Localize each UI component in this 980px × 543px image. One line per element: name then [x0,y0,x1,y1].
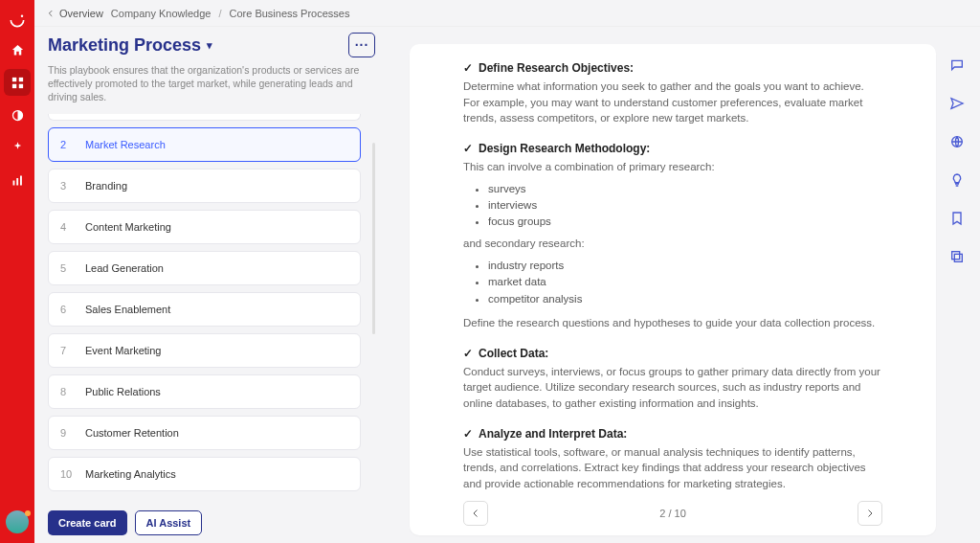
svg-rect-8 [20,175,22,185]
breadcrumb-level1[interactable]: Company Knowledge [111,8,212,19]
list-item-num: 8 [60,386,74,397]
list-item-label: Marketing Analytics [85,468,176,480]
send-icon[interactable] [947,94,967,113]
list-item-num: 5 [60,262,74,274]
list-item-num: 10 [60,468,74,480]
svg-rect-6 [12,180,14,185]
app-rail [0,0,34,543]
document-card: ✓Define Research Objectives: Determine w… [410,44,936,535]
breadcrumb-sep: / [218,8,221,19]
globe-icon[interactable] [947,132,967,151]
list-item-label: Public Relations [85,386,161,397]
list-item-num: 3 [60,180,74,192]
list-item[interactable]: 8 Public Relations [48,374,361,409]
document-body: ✓Define Research Objectives: Determine w… [463,61,882,491]
check-icon: ✓ [463,61,473,75]
bullet: industry reports [488,258,882,274]
rail-home-icon[interactable] [4,36,31,63]
doc-tool-rail [944,44,970,535]
list-item[interactable]: 2 Market Research [48,127,361,162]
list-item-num: 9 [60,427,74,439]
section: ✓Analyze and Interpret Data: Use statist… [463,427,882,491]
breadcrumb: Overview Company Knowledge / Core Busine… [34,0,980,27]
section-title: Design Research Methodology: [479,142,650,155]
svg-rect-4 [18,83,22,87]
ai-assist-button[interactable]: AI Assist [135,510,203,535]
card-list: 2 Market Research 3 Branding 4 Content M… [48,114,365,501]
check-icon: ✓ [463,427,473,441]
list-item[interactable]: 7 Event Marketing [48,333,361,368]
list-item[interactable]: 4 Content Marketing [48,210,361,244]
page-title-text: Marketing Process [48,35,201,56]
section-title: Define Research Objectives: [479,61,634,75]
more-button[interactable]: ··· [348,33,375,57]
rail-dashboard-icon[interactable] [4,69,31,96]
svg-rect-10 [954,254,962,261]
svg-point-0 [21,15,24,18]
list-item-num: 4 [60,221,74,233]
create-card-button[interactable]: Create card [48,510,127,535]
svg-rect-3 [11,83,15,87]
list-item[interactable]: 6 Sales Enablement [48,292,361,327]
bulb-icon[interactable] [947,170,967,190]
svg-rect-11 [952,252,960,260]
list-item[interactable]: 3 Branding [48,169,361,203]
check-icon: ✓ [463,142,473,155]
section: ✓Design Research Methodology: This can i… [463,142,882,331]
pager: 2 / 10 [463,491,882,526]
list-item-num: 2 [60,139,74,150]
content-area: ✓Define Research Objectives: Determine w… [389,27,980,543]
workspace: Marketing Process ▾ ··· This playbook en… [34,27,980,543]
list-item-label: Content Marketing [85,221,171,233]
section-text: and secondary research: [463,236,882,252]
list-item-label: Branding [85,180,127,192]
section-text: Use statistical tools, software, or manu… [463,444,882,491]
section-title: Analyze and Interpret Data: [479,427,627,441]
list-item-label: Event Marketing [85,345,161,356]
svg-rect-2 [18,77,22,80]
breadcrumb-level2[interactable]: Core Business Processes [229,8,349,19]
rail-bars-icon[interactable] [4,167,31,193]
list-item-label: Customer Retention [85,427,179,439]
check-icon: ✓ [463,347,473,360]
list-item[interactable]: 5 Lead Generation [48,251,361,285]
main-area: Overview Company Knowledge / Core Busine… [34,0,980,543]
prev-button[interactable] [463,501,488,526]
bullet: interviews [488,197,882,214]
breadcrumb-back[interactable]: Overview [46,8,103,19]
bullet-list: industry reports market data competitor … [463,258,882,307]
section: ✓Define Research Objectives: Determine w… [463,61,882,126]
bookmark-icon[interactable] [947,209,967,228]
rail-sparkle-icon[interactable] [4,134,31,161]
breadcrumb-back-label: Overview [59,8,103,19]
scrollbar[interactable] [372,143,375,334]
pager-label: 2 / 10 [659,508,686,519]
page-title[interactable]: Marketing Process ▾ [48,35,212,56]
bullet: market data [488,274,882,290]
section-title: Collect Data: [479,347,548,360]
svg-rect-7 [16,178,18,186]
nav-panel: Marketing Process ▾ ··· This playbook en… [34,27,389,543]
section-text: Conduct surveys, interviews, or focus gr… [463,364,882,412]
rail-avatar-icon[interactable] [6,510,29,533]
section-text: Define the research questions and hypoth… [463,315,882,331]
list-item-num: 6 [60,304,74,315]
section-text: This can involve a combination of primar… [463,159,882,175]
rail-half-icon[interactable] [4,102,31,128]
list-item[interactable] [48,114,361,121]
page-description: This playbook ensures that the organizat… [48,63,375,104]
bullet-list: surveys interviews focus groups [463,181,882,231]
bullet: focus groups [488,214,882,230]
app-logo-icon [7,10,28,31]
list-item-label: Sales Enablement [85,304,170,315]
comment-icon[interactable] [947,56,967,75]
list-item[interactable]: 10 Marketing Analytics [48,457,361,491]
svg-rect-1 [11,77,15,80]
list-item-label: Lead Generation [85,262,164,274]
bullet: competitor analysis [488,291,882,307]
section-text: Determine what information you seek to g… [463,79,882,126]
copy-icon[interactable] [947,247,967,266]
next-button[interactable] [858,501,882,526]
section: ✓Collect Data: Conduct surveys, intervie… [463,347,882,412]
list-item[interactable]: 9 Customer Retention [48,416,361,450]
